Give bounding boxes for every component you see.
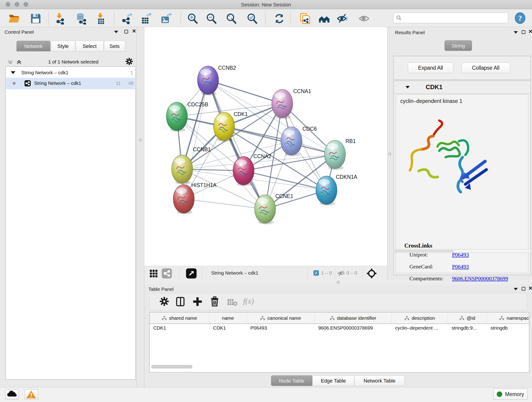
export-network-button[interactable]: [120, 13, 132, 25]
delete-column-icon[interactable]: [210, 296, 220, 308]
birdseye-crosshair-icon[interactable]: [366, 268, 377, 280]
show-columns-icon[interactable]: [175, 296, 186, 308]
tab-network-table[interactable]: Network Table: [355, 375, 405, 386]
panel-float-icon[interactable]: [522, 30, 525, 34]
edge-CCNA2-CDKN1A[interactable]: [244, 171, 326, 190]
panel-menu-icon[interactable]: [514, 288, 518, 290]
scrollbar-thumb[interactable]: [394, 250, 454, 252]
panel-menu-icon[interactable]: [514, 31, 518, 34]
memory-status-dot-icon: [497, 391, 502, 397]
panel-float-icon[interactable]: [522, 287, 525, 291]
column-header-canonical-name[interactable]: canonical name: [247, 313, 315, 324]
selected-checkbox-icon[interactable]: ✓: [313, 270, 319, 276]
left-splitter-handle[interactable]: [139, 138, 142, 142]
tab-edge-table[interactable]: Edge Table: [312, 375, 355, 386]
open-session-button[interactable]: [8, 13, 20, 25]
panel-menu-icon[interactable]: [114, 31, 118, 33]
edge-HIST1H1A-CCNE1[interactable]: [184, 199, 265, 209]
open-view-icon[interactable]: [186, 268, 196, 279]
tree-expand-arrow-icon[interactable]: [11, 71, 15, 74]
node-CDK1[interactable]: CDK1: [214, 111, 248, 142]
memory-button[interactable]: Memory: [494, 389, 527, 400]
network-options-gear-icon[interactable]: [125, 57, 133, 66]
tab-style[interactable]: Style: [51, 41, 75, 51]
search-box: [393, 13, 508, 23]
network-badge-icon[interactable]: [162, 268, 172, 279]
grid-view-icon[interactable]: [149, 269, 158, 279]
node-CDKN1A[interactable]: CDKN1A: [316, 174, 357, 206]
search-input[interactable]: [404, 14, 505, 22]
column-header-namespace[interactable]: namespace: [487, 313, 529, 324]
left-splitter[interactable]: [137, 27, 144, 387]
tab-network[interactable]: Network: [17, 41, 51, 51]
import-network-database-button[interactable]: [76, 13, 88, 25]
table-horizontal-scrollbar[interactable]: [151, 365, 192, 369]
node-CCNA1[interactable]: CCNA1: [272, 88, 311, 119]
tab-sets[interactable]: Sets: [104, 41, 125, 51]
expand-all-button[interactable]: Expand All: [408, 63, 453, 73]
function-builder-icon[interactable]: f(x): [243, 297, 254, 306]
node-RB1[interactable]: RB1: [324, 138, 356, 170]
column-header-database-identifier[interactable]: database identifier: [315, 313, 392, 324]
zoom-fit-button[interactable]: [225, 13, 237, 25]
import-network-file-button[interactable]: [54, 13, 66, 25]
column-header-description[interactable]: description: [392, 313, 448, 324]
refresh-layout-button[interactable]: [273, 13, 285, 25]
network-canvas[interactable]: CCNB2CCNA1CDC25BCDK1CDC6RB1CCNB1CCNA2CDK…: [144, 27, 387, 266]
edge-CCNB2-CCNA1[interactable]: [208, 80, 282, 104]
panel-close-icon[interactable]: ✕: [528, 30, 532, 33]
help-button[interactable]: ?: [514, 12, 526, 24]
node-CCNE1[interactable]: CCNE1: [254, 193, 293, 224]
gene-header-row[interactable]: CDK1: [394, 81, 531, 94]
node-label-CCNA1: CCNA1: [293, 88, 311, 94]
crosslink-genecard-link[interactable]: P06493: [452, 264, 469, 270]
clone-network-button[interactable]: [299, 13, 311, 25]
column-header-shared-name[interactable]: shared name: [150, 313, 209, 324]
network-collection-row[interactable]: String Network – cdk1 1: [6, 69, 135, 78]
zoom-in-button[interactable]: [187, 13, 199, 25]
table-options-gear-icon[interactable]: [159, 296, 169, 307]
cloud-status-button[interactable]: [5, 389, 19, 400]
crosslink-compartments-link[interactable]: 9606.ENSP00000378699: [452, 275, 508, 282]
tab-select[interactable]: Select: [76, 41, 104, 51]
node-HIST1H1A[interactable]: HIST1H1A: [173, 182, 217, 214]
save-session-button[interactable]: [30, 13, 42, 25]
export-image-button[interactable]: [160, 13, 172, 25]
edge-CDK1-RB1[interactable]: [224, 127, 335, 154]
panel-close-icon[interactable]: ✕: [528, 287, 532, 290]
bottom-splitter-handle[interactable]: [336, 281, 340, 284]
collapse-all-tree-icon[interactable]: [7, 59, 14, 66]
show-all-button[interactable]: [358, 13, 370, 25]
tab-string[interactable]: String: [444, 40, 472, 51]
network-graph[interactable]: CCNB2CCNA1CDC25BCDK1CDC6RB1CCNB1CCNA2CDK…: [144, 27, 387, 266]
edge-CCNB2-CCNE1[interactable]: [208, 80, 265, 209]
home-button[interactable]: [318, 13, 330, 25]
table-row[interactable]: CDK1CDK1P064939606.ENSP00000378699cyclin…: [150, 324, 529, 332]
add-column-icon[interactable]: [192, 296, 203, 308]
tab-node-table[interactable]: Node Table: [271, 375, 312, 386]
results-horizontal-scrollbar[interactable]: [393, 249, 531, 253]
node-label-HIST1H1A: HIST1H1A: [191, 182, 217, 188]
zoom-out-button[interactable]: [206, 13, 217, 25]
node-CCNB1[interactable]: CCNB1: [172, 147, 211, 185]
column-header--id[interactable]: @id: [448, 313, 487, 324]
hide-selected-button[interactable]: [336, 13, 348, 25]
network-current-dot-icon: [13, 82, 16, 85]
import-table-button[interactable]: [95, 13, 107, 25]
collapse-all-button[interactable]: Collapse All: [462, 63, 510, 73]
panel-close-icon[interactable]: ✕: [132, 29, 136, 33]
gene-result-box: CDK1 cyclin–dependent kinase 1: [393, 81, 531, 275]
warnings-button[interactable]: [25, 389, 38, 400]
expand-all-tree-icon[interactable]: [16, 59, 22, 66]
node-CCNB2[interactable]: CCNB2: [197, 65, 236, 96]
delete-table-icon[interactable]: [227, 298, 238, 307]
zoom-selected-button[interactable]: [246, 13, 258, 25]
right-splitter-handle[interactable]: [388, 153, 391, 156]
network-row-selected[interactable]: String Network – cdk1 11 48: [6, 78, 135, 89]
export-table-button[interactable]: [140, 13, 152, 25]
panel-float-icon[interactable]: [124, 30, 128, 33]
shared-column-icon: [404, 316, 409, 320]
edge-CCNA1-CCNB1[interactable]: [182, 104, 282, 169]
collapse-gene-icon[interactable]: [405, 86, 410, 89]
column-header-name[interactable]: name: [209, 313, 247, 324]
